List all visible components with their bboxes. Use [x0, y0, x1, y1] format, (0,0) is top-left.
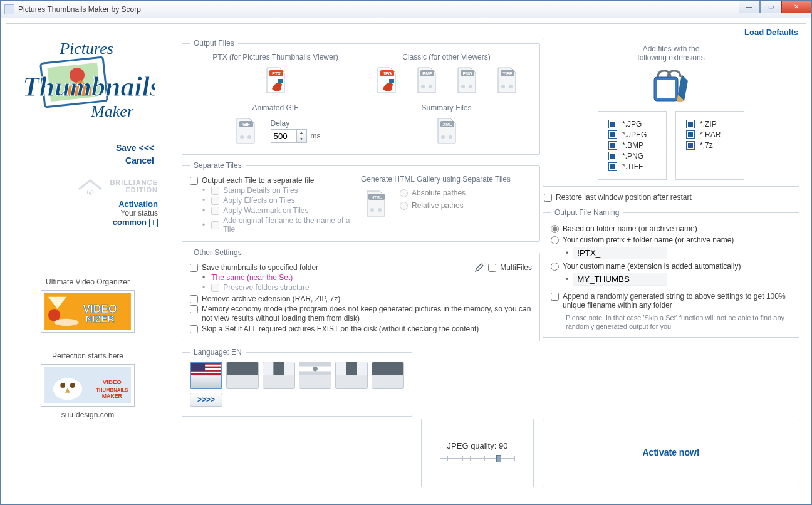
- svg-point-37: [469, 85, 472, 88]
- archive-extensions-box: *.ZIP *.RAR *.7z: [675, 111, 744, 180]
- activation-link[interactable]: Activation: [18, 199, 158, 209]
- prefix-input[interactable]: [573, 247, 667, 259]
- svg-rect-62: [263, 362, 273, 375]
- remove-archive-ext-checkbox[interactable]: Remove archive extension (RAR, ZIP, 7z): [190, 294, 532, 303]
- svg-rect-76: [372, 375, 403, 388]
- memory-economy-checkbox[interactable]: Memory economy mode (the program does no…: [190, 305, 532, 323]
- lang-6-button[interactable]: [372, 362, 404, 389]
- svg-text:Thumbnails: Thumbnails: [23, 71, 155, 102]
- bmp-icon[interactable]: BMP: [412, 65, 442, 95]
- apply-effects-checkbox[interactable]: Apply Effects on Tiles: [202, 196, 361, 205]
- classic-heading: Classic (for other Viewers): [361, 53, 532, 61]
- relative-paths-radio[interactable]: Relative pathes: [400, 201, 466, 210]
- svg-text:TIFF: TIFF: [502, 71, 512, 76]
- load-defaults-link[interactable]: Load Defaults: [744, 28, 798, 37]
- html-icon[interactable]: HTML: [361, 189, 391, 219]
- lang-3-button[interactable]: [263, 362, 295, 389]
- close-button[interactable]: ✕: [781, 1, 811, 13]
- svg-text:MAKER: MAKER: [102, 393, 123, 399]
- app-icon: [4, 4, 14, 14]
- svg-text:JPG: JPG: [382, 71, 392, 76]
- ptx-icon[interactable]: PTX: [261, 65, 291, 95]
- lang-4-button[interactable]: [299, 362, 331, 389]
- lang-2-button[interactable]: [226, 362, 259, 389]
- svg-rect-74: [336, 375, 367, 388]
- other-settings-group: Other Settings Save thumbnails to specif…: [182, 248, 540, 341]
- info-icon[interactable]: i: [149, 219, 158, 227]
- svg-point-33: [429, 85, 432, 88]
- ext-rar-checkbox[interactable]: *.RAR: [686, 130, 734, 139]
- pencil-icon[interactable]: [474, 263, 484, 273]
- delay-input[interactable]: [271, 129, 297, 143]
- xml-icon[interactable]: XML: [432, 116, 462, 146]
- naming-prefix-radio[interactable]: Your custom prefix + folder name (or arc…: [551, 236, 791, 244]
- naming-note: Please note: in that case 'Skip a Set' f…: [566, 313, 791, 331]
- naming-folder-radio[interactable]: Based on folder name (or archive name): [551, 224, 791, 233]
- skip-set-checkbox[interactable]: Skip a Set if ALL required pictures EXIS…: [190, 325, 532, 333]
- append-random-checkbox[interactable]: Append a randomly generated string to ab…: [551, 292, 791, 310]
- stamp-details-checkbox[interactable]: Stamp Details on Tiles: [202, 186, 361, 195]
- extensions-heading: Add files with the following extensions: [551, 44, 791, 62]
- svg-point-41: [509, 85, 513, 88]
- naming-custom-radio[interactable]: Your custom name (extension is added aut…: [551, 262, 791, 271]
- maximize-button[interactable]: ▭: [760, 1, 781, 13]
- same-folder-link[interactable]: The same (near the Set): [202, 273, 474, 282]
- absolute-paths-radio[interactable]: Absolute pathes: [400, 189, 466, 197]
- gif-icon[interactable]: GIF: [231, 116, 261, 146]
- svg-point-11: [48, 309, 60, 321]
- svg-rect-63: [273, 362, 284, 375]
- ext-jpeg-checkbox[interactable]: *.JPEG: [608, 130, 656, 139]
- status-value: commoni: [18, 217, 158, 227]
- more-languages-button[interactable]: >>>>: [190, 393, 222, 407]
- svg-text:BMP: BMP: [422, 71, 432, 76]
- save-thumbs-checkbox[interactable]: Save thumbnails to specified folder: [190, 263, 474, 272]
- delay-stepper[interactable]: ▲▼: [297, 129, 307, 143]
- apply-watermark-checkbox[interactable]: Apply Watermark on Tiles: [202, 206, 361, 215]
- svg-rect-26: [278, 79, 283, 83]
- ext-zip-checkbox[interactable]: *.ZIP: [686, 120, 734, 128]
- jpeg-quality-slider[interactable]: [440, 453, 515, 464]
- svg-point-45: [247, 135, 251, 139]
- ext-png-checkbox[interactable]: *.PNG: [608, 152, 656, 160]
- save-button[interactable]: Save <<<: [21, 143, 154, 153]
- ext-tiff-checkbox[interactable]: *.TIFF: [608, 162, 656, 171]
- ext-jpg-checkbox[interactable]: *.JPG: [608, 120, 656, 128]
- tiff-icon[interactable]: TIFF: [492, 65, 522, 95]
- svg-point-52: [370, 208, 374, 212]
- ptx-heading: PTX (for Pictures Thumbnails Viewer): [190, 53, 361, 61]
- svg-text:Maker: Maker: [90, 102, 134, 120]
- lang-en-button[interactable]: [190, 362, 222, 389]
- cancel-button[interactable]: Cancel: [21, 155, 154, 165]
- activate-now-link[interactable]: Activate now!: [642, 447, 699, 457]
- house-up-icon: up: [76, 177, 104, 195]
- svg-rect-61: [227, 375, 258, 388]
- window-title: Pictures Thumbnails Maker by Scorp: [18, 5, 141, 14]
- extensions-icon: [649, 67, 693, 105]
- summary-heading: Summary Files: [361, 103, 532, 112]
- restore-position-checkbox[interactable]: Restore last window position after resta…: [544, 193, 799, 202]
- promo-videonizer[interactable]: Ultimate Video Organizer VIDEO NIZER: [18, 278, 158, 333]
- app-window: Pictures Thumbnails Maker by Scorp — ▭ ✕…: [0, 0, 812, 505]
- output-each-tile-checkbox[interactable]: Output each Tile to a separate file: [190, 176, 361, 185]
- suu-link[interactable]: suu-design.com: [18, 410, 158, 419]
- svg-rect-58: [191, 363, 205, 371]
- output-naming-group: Output File Naming Based on folder name …: [543, 208, 799, 338]
- ext-7z-checkbox[interactable]: *.7z: [686, 141, 734, 150]
- jpg-icon[interactable]: JPG: [372, 65, 402, 95]
- preserve-structure-checkbox[interactable]: Preserve folders structure: [202, 283, 474, 292]
- delay-label: Delay: [271, 119, 290, 128]
- png-icon[interactable]: PNG: [452, 65, 482, 95]
- add-orig-filename-checkbox[interactable]: Add original filename to the name of a T…: [202, 216, 361, 234]
- svg-rect-71: [336, 362, 346, 375]
- ext-bmp-checkbox[interactable]: *.BMP: [608, 141, 656, 150]
- svg-point-53: [378, 208, 382, 212]
- lang-5-button[interactable]: [335, 362, 368, 389]
- svg-point-49: [449, 135, 452, 139]
- multifiles-checkbox[interactable]: MultiFiles: [488, 263, 532, 272]
- custom-name-input[interactable]: [573, 273, 667, 286]
- svg-point-32: [421, 85, 425, 88]
- svg-text:up: up: [86, 189, 94, 195]
- minimize-button[interactable]: —: [739, 1, 760, 13]
- promo-vtm[interactable]: Perfection starts here VIDEO THUMBNAILS …: [18, 351, 158, 419]
- svg-rect-68: [299, 371, 331, 375]
